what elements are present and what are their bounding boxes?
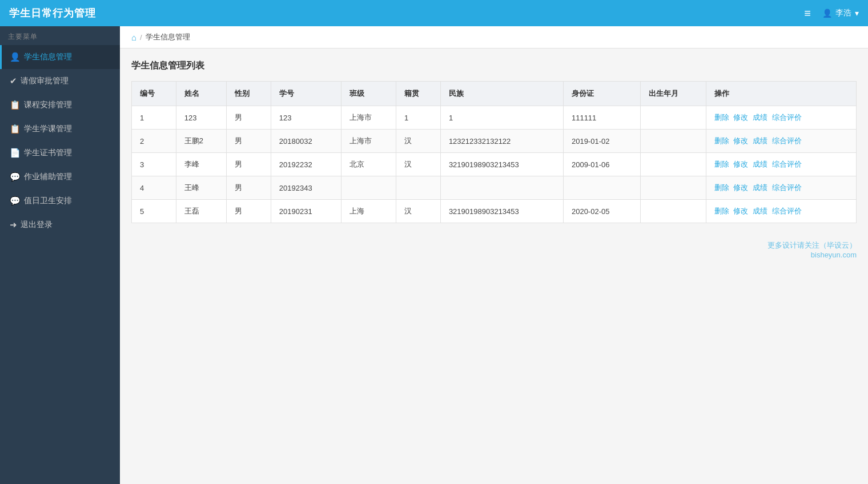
table-cell (396, 176, 441, 200)
table-cell: 111111 (563, 106, 640, 130)
table-cell: 1 (396, 106, 441, 130)
breadcrumb-home-icon[interactable]: ⌂ (131, 33, 136, 42)
page-section-title: 学生信息管理列表 (131, 60, 857, 72)
table-cell: 男 (226, 106, 271, 130)
sidebar-item-duty[interactable]: 💬 值日卫生安排 (0, 189, 120, 213)
table-cell: 32190198903213453 (440, 200, 563, 223)
table-header-row: 编号 姓名 性别 学号 班级 籍贯 民族 身份证 出生年月 操作 (132, 82, 857, 106)
breadcrumb: ⌂ / 学生信息管理 (120, 26, 868, 49)
app-title: 学生日常行为管理 (9, 6, 96, 20)
table-cell: 20192232 (271, 153, 341, 176)
action-link-修改[interactable]: 修改 (733, 207, 748, 215)
action-link-成绩[interactable]: 成绩 (753, 207, 767, 215)
table-cell (641, 176, 706, 200)
action-link-删除[interactable]: 删除 (714, 183, 729, 192)
action-link-综合评价[interactable]: 综合评价 (772, 207, 802, 215)
action-link-删除[interactable]: 删除 (714, 207, 729, 215)
action-link-成绩[interactable]: 成绩 (753, 183, 767, 192)
sidebar-label-leave-approval: 请假审批管理 (21, 76, 69, 86)
col-gender: 性别 (226, 82, 271, 106)
sidebar-label-duty: 值日卫生安排 (24, 196, 72, 206)
col-id-card: 身份证 (563, 82, 640, 106)
sidebar-item-course-arrange[interactable]: 📋 课程安排管理 (0, 93, 120, 117)
table-cell: 王磊 (176, 200, 226, 223)
table-cell (641, 106, 706, 130)
table-cell: 32190198903213453 (440, 153, 563, 176)
table-cell: 20192343 (271, 176, 341, 200)
action-link-修改[interactable]: 修改 (733, 136, 748, 145)
action-link-综合评价[interactable]: 综合评价 (772, 183, 802, 192)
action-link-修改[interactable]: 修改 (733, 113, 748, 122)
table-cell (641, 153, 706, 176)
action-link-成绩[interactable]: 成绩 (753, 160, 767, 168)
sidebar-item-student-course[interactable]: 📋 学生学课管理 (0, 117, 120, 141)
action-link-综合评价[interactable]: 综合评价 (772, 160, 802, 168)
table-cell: 汉 (396, 200, 441, 223)
student-table: 编号 姓名 性别 学号 班级 籍贯 民族 身份证 出生年月 操作 1123男12… (131, 81, 857, 223)
table-cell: 20190231 (271, 200, 341, 223)
table-cell (563, 176, 640, 200)
table-cell: 上海市 (341, 130, 396, 153)
sidebar-menu-label: 主要菜单 (0, 26, 120, 45)
user-icon: 👤 (822, 9, 832, 18)
action-link-成绩[interactable]: 成绩 (753, 113, 767, 122)
table-cell: 李峰 (176, 153, 226, 176)
table-cell: 2020-02-05 (563, 200, 640, 223)
table-cell: 123212332132122 (440, 130, 563, 153)
table-cell (641, 130, 706, 153)
username: 李浩 (835, 8, 851, 18)
table-row: 5王磊男20190231上海汉321901989032134532020-02-… (132, 200, 857, 223)
sidebar-item-homework[interactable]: 💬 作业辅助管理 (0, 165, 120, 189)
sidebar-item-leave-approval[interactable]: ✔ 请假审批管理 (0, 69, 120, 93)
table-cell: 2009-01-06 (563, 153, 640, 176)
user-dropdown-icon[interactable]: ▾ (855, 9, 859, 18)
sidebar: 主要菜单 👤 学生信息管理 ✔ 请假审批管理 📋 课程安排管理 📋 学生学课管理… (0, 26, 120, 484)
table-cell: 1 (440, 106, 563, 130)
action-link-综合评价[interactable]: 综合评价 (772, 136, 802, 145)
action-link-删除[interactable]: 删除 (714, 113, 729, 122)
table-row: 1123男123上海市11111111删除 修改 成绩 综合评价 (132, 106, 857, 130)
col-student-no: 学号 (271, 82, 341, 106)
main-content: ⌂ / 学生信息管理 学生信息管理列表 编号 姓名 性别 学号 班级 籍贯 民族 (120, 26, 868, 484)
table-cell: 3 (132, 153, 176, 176)
sidebar-item-student-info[interactable]: 👤 学生信息管理 (0, 45, 120, 69)
sidebar-label-course-arrange: 课程安排管理 (24, 100, 72, 110)
action-link-删除[interactable]: 删除 (714, 160, 729, 168)
logout-icon: ➜ (10, 220, 17, 230)
certificate-icon: 📄 (10, 148, 21, 158)
watermark-line1: 更多设计请关注（毕设云） (131, 240, 857, 251)
table-cell: 汉 (396, 153, 441, 176)
table-cell: 1 (132, 106, 176, 130)
sidebar-label-homework: 作业辅助管理 (24, 172, 72, 182)
action-link-删除[interactable]: 删除 (714, 136, 729, 145)
table-actions-cell: 删除 修改 成绩 综合评价 (706, 106, 856, 130)
sidebar-item-certificate[interactable]: 📄 学生证书管理 (0, 141, 120, 165)
col-name: 姓名 (176, 82, 226, 106)
action-link-修改[interactable]: 修改 (733, 160, 748, 168)
table-cell: 4 (132, 176, 176, 200)
sidebar-label-student-info: 学生信息管理 (24, 52, 72, 62)
table-cell: 男 (226, 153, 271, 176)
hamburger-icon[interactable]: ≡ (804, 7, 811, 20)
table-cell: 男 (226, 176, 271, 200)
sidebar-label-logout: 退出登录 (21, 220, 53, 230)
student-info-icon: 👤 (10, 52, 21, 62)
table-cell: 王鹏2 (176, 130, 226, 153)
sidebar-item-logout[interactable]: ➜ 退出登录 (0, 213, 120, 237)
col-ethnicity: 民族 (440, 82, 563, 106)
top-header: 学生日常行为管理 ≡ 👤 李浩 ▾ (0, 0, 868, 26)
action-link-修改[interactable]: 修改 (733, 183, 748, 192)
table-cell: 男 (226, 130, 271, 153)
table-cell: 北京 (341, 153, 396, 176)
leave-approval-icon: ✔ (10, 76, 17, 86)
table-row: 2王鹏2男20180032上海市汉1232123321321222019-01-… (132, 130, 857, 153)
table-cell (341, 176, 396, 200)
col-id: 编号 (132, 82, 176, 106)
page-body: 学生信息管理列表 编号 姓名 性别 学号 班级 籍贯 民族 身份证 出生年月 操… (120, 49, 868, 235)
action-link-成绩[interactable]: 成绩 (753, 136, 767, 145)
body-wrap: 主要菜单 👤 学生信息管理 ✔ 请假审批管理 📋 课程安排管理 📋 学生学课管理… (0, 26, 868, 484)
table-cell: 王峰 (176, 176, 226, 200)
table-row: 3李峰男20192232北京汉321901989032134532009-01-… (132, 153, 857, 176)
action-link-综合评价[interactable]: 综合评价 (772, 113, 802, 122)
student-course-icon: 📋 (10, 124, 21, 134)
